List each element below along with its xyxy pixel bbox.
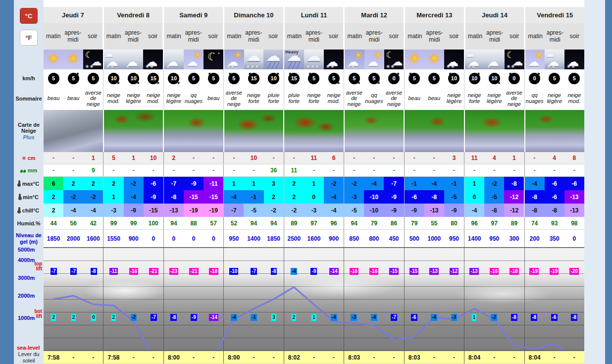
fahrenheit-button[interactable]: °F — [20, 30, 38, 46]
day-group: -6-8-5 — [404, 190, 464, 204]
summary-cell: pluie forte — [264, 87, 284, 110]
day-header[interactable]: Samedi 9 — [162, 7, 223, 23]
wind-speed-badge: 15↘ — [148, 73, 159, 84]
snow-map-image — [44, 110, 103, 152]
max-temp-cell: -2 — [484, 177, 504, 190]
snow-cm-cell: 6 — [324, 152, 344, 164]
day-wind: 5↘5↘0↗ — [344, 69, 404, 87]
top-lift-temps-row: -7-7-8-11-16-21-23-21-18-10-7-8-4-9-14-1… — [44, 266, 584, 275]
left-border-strip — [0, 0, 14, 364]
day-summary: beaubeauaverse de neige — [44, 87, 103, 110]
day-header[interactable]: Lundi 11 — [283, 7, 344, 23]
min-temp-cell: -12 — [504, 190, 524, 204]
snow-cm-cell: - — [384, 152, 404, 164]
snowflake-icon: ❄ — [22, 156, 26, 161]
night-snow-icon: ☁❄ ❄ — [324, 50, 344, 69]
temp-chip: -19 — [529, 268, 538, 275]
chill-temp-cell: 2 — [44, 204, 63, 217]
day-group: -13-19-19 — [163, 204, 223, 217]
wind-speed-badge: 0↗ — [388, 73, 400, 84]
temp-chip: -20 — [569, 268, 578, 275]
min-temp-cell: 0 — [304, 190, 324, 204]
chill-temp-cell: -13 — [424, 204, 444, 217]
freezing-row-label: Niveau de gel (m) — [14, 230, 44, 247]
day-group: --3 — [404, 152, 464, 164]
humidity-cell: 100 — [144, 217, 163, 229]
wind-direction-arrow: ↖ — [228, 72, 233, 78]
humidity-cell: 80 — [444, 217, 464, 229]
rain-mm-cell: - — [504, 164, 524, 176]
temp-chip: -4 — [231, 314, 237, 321]
rain-mm: --9--------3611-------------- — [44, 164, 584, 177]
wind-direction-arrow: ↘ — [375, 79, 380, 85]
min-temp-cell: -6 — [405, 190, 424, 204]
chill-temp-cell: -13 — [164, 204, 184, 217]
min-row-label: min°C — [14, 190, 44, 204]
day-group: 15509000 — [103, 230, 163, 247]
humidity-cell: 97 — [304, 217, 324, 229]
day-group: 8:02-- — [284, 351, 344, 364]
wind-speed-badge: 5↖ — [408, 73, 420, 84]
temp-chip: -16 — [369, 268, 378, 275]
rain-label-text: mm — [28, 167, 38, 173]
snow-cm-cell: - — [424, 152, 444, 164]
freezing-level-cell: 1000 — [424, 230, 444, 247]
day-group: 8:04-- — [524, 351, 584, 364]
day-group: -48 — [524, 152, 584, 164]
droplet-icon — [20, 168, 26, 174]
day-group: 850800450 — [344, 230, 404, 247]
chill-row-label: chill°C — [14, 204, 44, 217]
snow-map-row — [44, 110, 584, 152]
wind-direction-arrow: → — [575, 75, 581, 81]
day-header[interactable]: Jeudi 7 — [44, 7, 102, 23]
map-plus-link[interactable]: Plus — [23, 134, 34, 141]
day-group: -3-9-15 — [103, 204, 163, 217]
rain-mm-cell: - — [424, 164, 444, 176]
day-header[interactable]: Mardi 12 — [343, 7, 404, 23]
day-group: 5110 — [103, 152, 163, 164]
wind-direction-arrow: ↘ — [356, 79, 360, 85]
sunrise-time-cell: - — [144, 351, 163, 364]
temp-chip: -7 — [151, 314, 157, 321]
min-temp-cell: 0 — [464, 190, 484, 204]
sunrise-time-cell: 8:00 — [224, 351, 244, 364]
day-group: 113 — [223, 177, 283, 190]
max-temp: 6222-2-6-7-9-1111321-2-2-4-7-1-4-11-2-8-… — [44, 177, 584, 190]
snow-light-icon: ☁❄ — [123, 50, 143, 69]
day-summary: neige légèreqq nuagesbeau — [163, 87, 223, 110]
period-label: apres-midi — [184, 23, 204, 50]
rain-mm-cell: - — [184, 164, 204, 176]
humidity-cell: 56 — [63, 217, 83, 229]
wind-cell: 5↑ — [424, 69, 444, 87]
day-header[interactable]: Vendredi 15 — [524, 7, 584, 23]
day-wind: 10↘5→5↖ — [163, 69, 223, 87]
day-wind: 5↑5↗5↑ — [44, 69, 103, 87]
chill-label-text: chill°C — [22, 208, 39, 213]
summary-cell: beau — [204, 87, 223, 110]
rain-mm-cell: - — [344, 164, 364, 176]
summary-cell: neige mod. — [564, 87, 584, 110]
thermometer-icon — [18, 180, 20, 186]
day-header[interactable]: Vendredi 8 — [102, 7, 163, 23]
humidity-label-text: Humid.% — [17, 220, 40, 227]
day-periods: matinapres-midisoir — [464, 23, 524, 50]
day-group: 2-- — [163, 152, 223, 164]
period-label: matin — [44, 23, 63, 50]
snow-cm-cell: - — [344, 152, 364, 164]
temp-chip: -7 — [51, 268, 57, 275]
temp-chip: -18 — [209, 268, 218, 275]
temp-chip: -1 — [251, 314, 257, 321]
period-label: soir — [505, 23, 524, 50]
thermometer-icon — [19, 194, 21, 199]
celsius-button[interactable]: °C — [20, 8, 38, 24]
max-temp-cell: -2 — [324, 177, 344, 190]
sunrise-time-cell: - — [204, 351, 223, 364]
sidebar: °C °F km/h Sommaire Carte de Neige Plus … — [14, 0, 44, 364]
clear-night-icon: ☾* * — [204, 50, 223, 69]
max-temp-cell: 2 — [63, 177, 83, 190]
day-header[interactable]: Mercredi 13 — [404, 7, 464, 23]
day-header[interactable]: Jeudi 14 — [464, 7, 524, 23]
day-header[interactable]: Dimanche 10 — [223, 7, 283, 23]
snow-cm-cell: - — [63, 152, 83, 164]
sunrise-time-cell: 8:02 — [284, 351, 304, 364]
